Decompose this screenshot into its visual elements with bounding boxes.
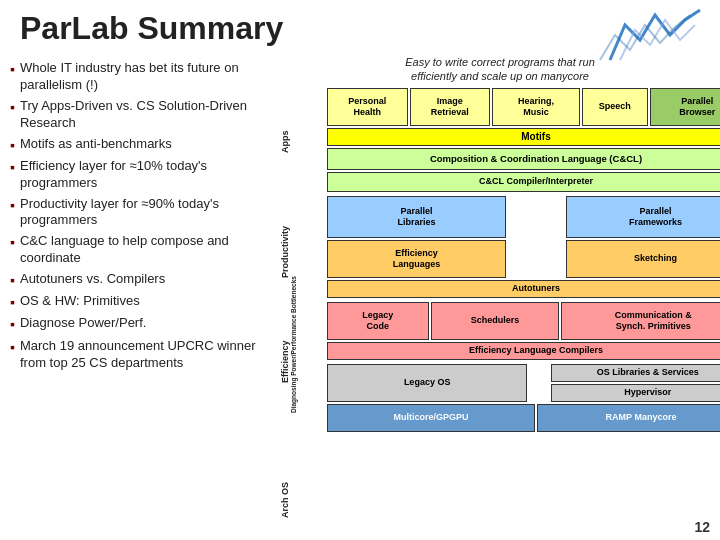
box-autotuners: Autotuners [327,280,720,298]
box-legacy-os: Legacy OS [327,364,527,402]
box-comm-synch: Communication &Synch. Primitives [561,302,720,340]
bullet-item: Whole IT industry has bet its future on … [10,60,280,94]
label-diagnosing: Diagnosing Power/Performance Bottlenecks [290,283,297,413]
box-personal-health: PersonalHealth [327,88,408,126]
label-efficiency: Efficiency [280,283,290,383]
box-ramp-manycore: RAMP Manycore [537,404,720,432]
box-parallel-libraries: ParallelLibraries [327,196,506,238]
autotuners-row: Autotuners [327,280,720,300]
page-number: 12 [694,519,710,535]
bullet-item: March 19 announcement UPCRC winner from … [10,338,280,372]
box-multicore-gpgpu: Multicore/GPGPU [327,404,535,432]
bullet-item: Productivity layer for ≈90% today's prog… [10,196,280,230]
bullet-item: Efficiency layer for ≈10% today's progra… [10,158,280,192]
box-hearing-music: Hearing,Music [492,88,580,126]
bullet-item: Diagnose Power/Perf. [10,315,280,333]
box-speech: Speech [582,88,648,126]
box-parallel-frameworks: ParallelFrameworks [566,196,720,238]
hardware-row: Multicore/GPGPU RAMP Manycore [327,404,720,432]
box-eff-lang-compilers: Efficiency Language Compilers [327,342,720,360]
bullet-item: OS & HW: Primitives [10,293,280,311]
page-title: ParLab Summary [20,10,283,47]
left-panel: Whole IT industry has bet its future on … [10,60,280,520]
spacer1 [508,196,564,238]
bullet-item: Try Apps-Driven vs. CS Solution-Driven R… [10,98,280,132]
box-os-libraries: OS Libraries & Services [551,364,720,382]
box-hypervisor: Hypervisor [551,384,720,402]
box-image-retrieval: ImageRetrieval [410,88,491,126]
box-schedulers: Schedulers [431,302,560,340]
bullet-item: Autotuners vs. Compilers [10,271,280,289]
box-legacy-code: LegacyCode [327,302,429,340]
box-ccl: Composition & Coordination Language (C&C… [327,148,720,170]
bullet-list: Whole IT industry has bet its future on … [10,60,280,371]
apps-row: PersonalHealth ImageRetrieval Hearing,Mu… [327,88,720,126]
motifs-bar: Motifs [327,128,720,146]
bullet-item: C&C language to help compose and coordin… [10,233,280,267]
label-productivity: Productivity [280,158,290,278]
box-sketching: Sketching [566,240,720,278]
box-efficiency-languages: EfficiencyLanguages [327,240,506,278]
label-arch-os: Arch OS [280,418,290,518]
ccl-compiler-row: C&CL Compiler/Interpreter [327,172,720,194]
spacer2 [508,240,564,278]
bullet-item: Motifs as anti-benchmarks [10,136,280,154]
right-panel: Easy to write correct programs that run … [280,55,720,520]
easy-text: Easy to write correct programs that run … [280,55,720,84]
box-parallel-browser: ParallelBrowser [650,88,720,126]
label-apps: Apps [280,93,290,153]
box-ccl-compiler: C&CL Compiler/Interpreter [327,172,720,192]
